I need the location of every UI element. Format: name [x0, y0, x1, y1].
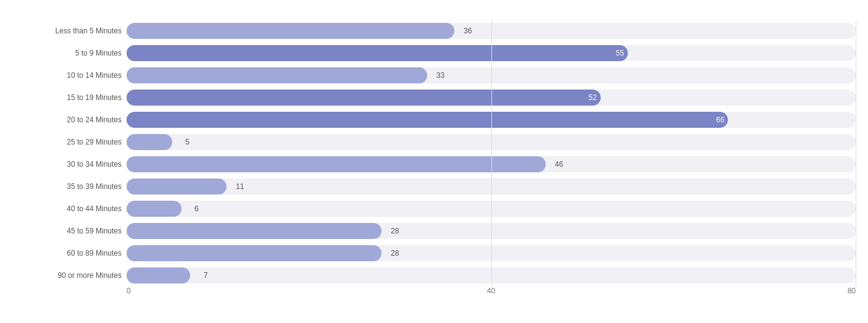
bar-value: 6	[194, 204, 199, 213]
bar-value: 55	[616, 49, 624, 57]
bar-value: 33	[436, 71, 444, 80]
bar-fill: 66	[127, 112, 728, 128]
bar-fill: 33	[127, 67, 427, 83]
bar-row: Less than 5 Minutes36	[12, 20, 856, 42]
bar-value: 46	[555, 160, 563, 169]
bar-fill: 52	[127, 90, 601, 106]
bar-row: 35 to 39 Minutes11	[12, 175, 856, 198]
bar-track: 6	[127, 201, 856, 217]
bar-value: 28	[391, 227, 399, 235]
bar-track: 36	[127, 23, 856, 39]
bar-track: 28	[127, 223, 856, 239]
bar-track: 11	[127, 178, 856, 195]
bar-value: 66	[716, 115, 724, 124]
bar-track: 66	[127, 112, 856, 128]
bar-value: 36	[464, 27, 472, 35]
bar-row: 25 to 29 Minutes5	[12, 131, 856, 153]
bar-row: 10 to 14 Minutes33	[12, 64, 856, 86]
bar-fill: 46	[127, 156, 546, 172]
bar-fill: 28	[127, 245, 382, 261]
bar-label: 60 to 89 Minutes	[12, 249, 127, 258]
bar-value: 5	[185, 138, 190, 146]
bar-row: 5 to 9 Minutes55	[12, 42, 856, 64]
bar-value: 52	[588, 93, 596, 102]
bar-label: Less than 5 Minutes	[12, 27, 127, 35]
grid-line	[856, 20, 856, 287]
bar-row: 40 to 44 Minutes6	[12, 198, 856, 220]
bar-label: 35 to 39 Minutes	[12, 182, 127, 191]
bar-label: 90 or more Minutes	[12, 271, 127, 280]
bar-fill: 36	[127, 23, 454, 39]
rows-container: Less than 5 Minutes365 to 9 Minutes5510 …	[12, 20, 856, 287]
chart-area: Less than 5 Minutes365 to 9 Minutes5510 …	[12, 20, 856, 272]
bar-track: 5	[127, 134, 856, 150]
bar-fill: 28	[127, 223, 382, 239]
bar-value: 28	[391, 249, 399, 258]
bar-fill: 6	[127, 201, 182, 217]
bar-label: 5 to 9 Minutes	[12, 49, 127, 57]
x-axis-label: 40	[487, 287, 495, 295]
bar-track: 55	[127, 45, 856, 61]
bar-track: 33	[127, 67, 856, 83]
bar-track: 7	[127, 267, 856, 283]
x-axis-label: 0	[127, 287, 131, 295]
bar-fill: 5	[127, 134, 172, 150]
bar-fill: 55	[127, 45, 628, 61]
bar-fill: 11	[127, 178, 227, 195]
bar-row: 15 to 19 Minutes52	[12, 86, 856, 109]
chart-container: Less than 5 Minutes365 to 9 Minutes5510 …	[0, 0, 868, 323]
bar-row: 45 to 59 Minutes28	[12, 220, 856, 242]
bar-value: 11	[236, 182, 244, 191]
bar-label: 15 to 19 Minutes	[12, 93, 127, 102]
bar-fill: 7	[127, 267, 190, 283]
bar-label: 30 to 34 Minutes	[12, 160, 127, 169]
bar-row: 30 to 34 Minutes46	[12, 153, 856, 175]
bar-track: 28	[127, 245, 856, 261]
bar-track: 46	[127, 156, 856, 172]
bar-label: 40 to 44 Minutes	[12, 204, 127, 213]
bar-row: 90 or more Minutes7	[12, 264, 856, 287]
chart-body: Less than 5 Minutes365 to 9 Minutes5510 …	[12, 20, 856, 272]
bar-track: 52	[127, 90, 856, 106]
bar-label: 20 to 24 Minutes	[12, 115, 127, 124]
x-axis-label: 80	[848, 287, 856, 295]
bar-value: 7	[204, 271, 208, 280]
bar-label: 25 to 29 Minutes	[12, 138, 127, 146]
bar-row: 60 to 89 Minutes28	[12, 242, 856, 264]
bar-row: 20 to 24 Minutes66	[12, 109, 856, 131]
bar-label: 45 to 59 Minutes	[12, 227, 127, 235]
bar-label: 10 to 14 Minutes	[12, 71, 127, 80]
